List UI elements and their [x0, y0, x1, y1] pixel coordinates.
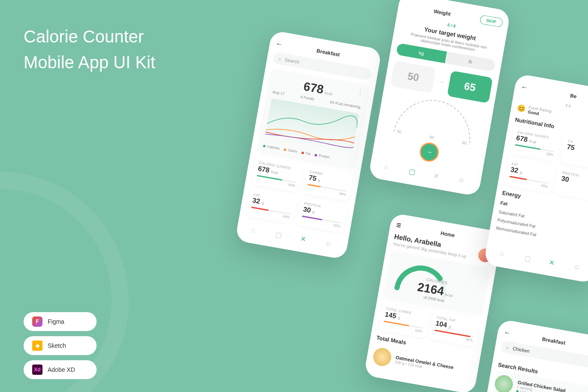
menu-icon[interactable]: ☰ [396, 222, 401, 229]
phone-home: ☰ Home Hello, Arabella You've gained 3kg… [364, 213, 503, 392]
unit-lb[interactable]: lb [445, 52, 496, 72]
stat-protein: PROTEIN 30 [554, 166, 588, 202]
legend-calories: Calories [267, 145, 280, 151]
smile-icon: 😊 [517, 103, 527, 113]
back-icon[interactable]: ← [520, 83, 528, 92]
kcal-value: 678 [303, 79, 324, 96]
foods-count: 4 Foods [300, 94, 315, 101]
stat-calorie: CALORIE GAINED 678 kcal 65% [251, 156, 303, 192]
phone-weight: Weight SKIP 6 / 8 Your target weight Pra… [368, 0, 511, 197]
weight-prev: 50 [390, 61, 436, 93]
search-icon: ⌕ [278, 56, 282, 61]
screen-title: Home [440, 230, 455, 239]
stat-carbs: CA 75 [560, 134, 588, 171]
phone-detail: ← Be 1 s 😊 Food Rating Good Nutritional … [484, 73, 588, 283]
phone-search: ← Breakfast ＋ ⌕ Chicken Search Results ✕… [479, 319, 588, 392]
skip-button[interactable]: SKIP [479, 15, 503, 27]
weight-target: 65 [447, 70, 493, 103]
nav-scale-icon[interactable]: ▢ [408, 167, 418, 177]
more-icon[interactable]: ⋮ [357, 87, 365, 96]
screen-title: Breakfast [316, 48, 340, 58]
nav-profile-icon[interactable]: ☺ [573, 263, 582, 273]
nav-food-icon[interactable]: ✕ [548, 258, 558, 268]
chart-date: Aug 17 [272, 90, 285, 96]
badge-sketch: ◆ Sketch [24, 336, 97, 355]
nav-home-icon[interactable]: ⌂ [499, 250, 509, 260]
stat-fat: FAT 32 g 45% [246, 188, 298, 224]
stat-protein: PROTEIN 30 g 52% [296, 197, 349, 233]
page-title: Calorie Counter Mobile App UI Kit [24, 24, 155, 75]
gauge-tick-right: 80 [462, 140, 467, 146]
screen-title: Weight [433, 8, 452, 17]
kcal-unit: kcal [324, 91, 333, 96]
phone-breakfast: ← Breakfast ⌕ Search ⋮ 678 kcal Aug 17 4… [235, 30, 382, 260]
badge-label: Figma [48, 318, 64, 325]
gauge-tick-center: 60 [429, 135, 434, 140]
figma-icon: F [32, 316, 42, 327]
stat-total-carbs: TOTAL CARBS 145 g 65% [378, 302, 430, 338]
legend-protein: Protein [318, 154, 330, 159]
nav-profile-icon[interactable]: ☺ [457, 176, 467, 185]
nav-scale-icon[interactable]: ▢ [524, 254, 533, 264]
back-icon[interactable]: ← [503, 328, 511, 337]
badge-label: Adobe XD [48, 366, 75, 373]
arrow-icon: → [437, 78, 446, 87]
search-placeholder: Search [284, 57, 300, 65]
nav-profile-icon[interactable]: ☺ [324, 239, 334, 249]
screen-title: Be [570, 92, 577, 99]
nav-home-icon[interactable]: ⌂ [251, 226, 261, 236]
screen-title: Breakfast [542, 336, 566, 346]
badge-xd: Xd Adobe XD [24, 360, 97, 379]
legend-fat: Fat [305, 151, 311, 156]
search-value: Chicken [512, 346, 530, 354]
stat-fat: FAT 32 g 45% [503, 157, 556, 194]
stat-calorie: CALORIE GAINED 678 kcal 65% [509, 125, 561, 162]
food-image [494, 374, 515, 392]
xd-icon: Xd [32, 365, 42, 375]
software-badges: F Figma ◆ Sketch Xd Adobe XD [24, 312, 97, 379]
bottom-nav: ⌂ ▢ ✕ ☺ [376, 158, 476, 187]
sketch-icon: ◆ [32, 340, 42, 351]
stat-carbs: CARBS 75 g 34% [302, 165, 354, 201]
nav-food-icon[interactable]: ✕ [300, 234, 309, 244]
next-button[interactable]: → [418, 141, 440, 163]
food-image [372, 346, 393, 368]
nav-home-icon[interactable]: ⌂ [384, 163, 394, 173]
badge-figma: F Figma [24, 312, 97, 331]
stat-total-fat: TOTAL FAT 104 g 92% [428, 311, 481, 347]
weight-gauge: 50 60 80 [394, 94, 476, 145]
nav-scale-icon[interactable]: ▢ [275, 230, 285, 240]
badge-label: Sketch [48, 342, 66, 349]
unit-kg[interactable]: kg [396, 43, 447, 64]
gauge-tick-left: 50 [397, 129, 402, 134]
calorie-chart-card: ⋮ 678 kcal Aug 17 4 Foods 54 Kcal remain… [257, 68, 370, 169]
back-icon[interactable]: ← [275, 40, 283, 49]
search-icon: ⌕ [506, 344, 510, 350]
legend-carbs: Carbs [288, 148, 297, 154]
nav-food-icon[interactable]: ✕ [433, 171, 443, 181]
